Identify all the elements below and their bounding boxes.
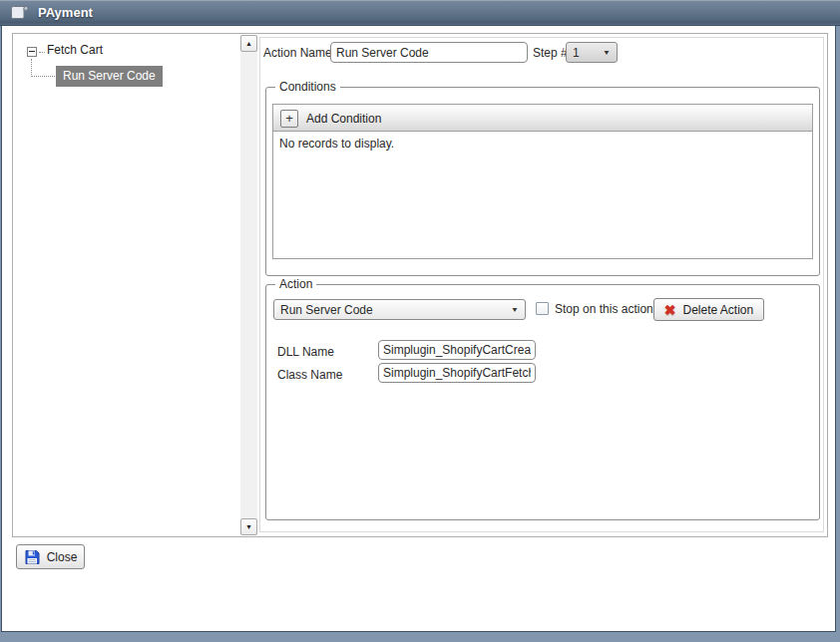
delete-action-label: Delete Action — [683, 303, 754, 317]
save-icon — [24, 549, 40, 565]
step-dropdown-value: 1 — [573, 46, 601, 60]
window-content: Fetch Cart Run Server Code ▲ ▼ Action Na… — [2, 26, 835, 631]
main-panel: Fetch Cart Run Server Code ▲ ▼ Action Na… — [12, 33, 828, 537]
action-legend: Action — [275, 277, 316, 291]
step-dropdown[interactable]: 1 ▼ — [566, 42, 618, 63]
tree-connector — [39, 52, 45, 53]
scroll-down-icon: ▼ — [245, 523, 252, 530]
action-detail-panel: Action Name Step # 1 ▼ Conditions + Add … — [259, 37, 824, 532]
tree-scrollbar[interactable]: ▲ ▼ — [240, 35, 257, 535]
add-condition-button[interactable]: + Add Condition — [280, 109, 381, 128]
conditions-groupbox: Conditions + Add Condition No records to… — [265, 87, 820, 276]
action-groupbox: Action Run Server Code ▼ Stop on this ac… — [265, 284, 820, 520]
conditions-grid-header: + Add Condition — [273, 105, 812, 132]
step-label: Step # — [533, 46, 568, 60]
scroll-down-button[interactable]: ▼ — [240, 518, 257, 535]
dll-name-label: DLL Name — [277, 345, 334, 359]
tree-collapse-icon[interactable] — [27, 47, 37, 57]
scroll-up-icon: ▲ — [245, 40, 252, 47]
plus-icon: + — [280, 110, 298, 128]
chevron-down-icon: ▼ — [509, 306, 525, 314]
dll-name-input[interactable] — [378, 340, 536, 360]
tree-node-run-server-code[interactable]: Run Server Code — [56, 66, 163, 87]
action-name-label: Action Name — [263, 46, 332, 60]
close-button-label: Close — [47, 550, 78, 564]
chevron-down-icon: ▼ — [601, 49, 617, 57]
title-bar[interactable]: PAyment — [0, 0, 840, 26]
tree-connector — [31, 59, 32, 77]
stop-on-action-label: Stop on this action — [555, 302, 653, 316]
class-name-label: Class Name — [277, 368, 342, 382]
action-type-value: Run Server Code — [280, 303, 509, 317]
conditions-grid: + Add Condition No records to display. — [272, 104, 813, 259]
conditions-empty-text: No records to display. — [273, 132, 812, 156]
tree-node-fetch-cart[interactable]: Fetch Cart — [47, 43, 103, 57]
payment-window: PAyment Fetch Cart Run Server Code ▲ ▼ — [0, 0, 840, 642]
conditions-legend: Conditions — [275, 80, 340, 94]
action-type-dropdown[interactable]: Run Server Code ▼ — [273, 299, 526, 320]
add-condition-label: Add Condition — [306, 112, 381, 126]
scroll-icon — [8, 3, 30, 22]
tree-connector — [32, 76, 55, 77]
red-x-icon: ✖ — [664, 303, 676, 317]
scroll-up-button[interactable]: ▲ — [240, 35, 257, 52]
close-button[interactable]: Close — [16, 544, 85, 569]
window-title: PAyment — [38, 5, 93, 20]
stop-on-action-checkbox[interactable] — [536, 302, 549, 315]
action-name-input[interactable] — [330, 42, 528, 63]
delete-action-button[interactable]: ✖ Delete Action — [653, 298, 764, 321]
class-name-input[interactable] — [378, 363, 536, 383]
